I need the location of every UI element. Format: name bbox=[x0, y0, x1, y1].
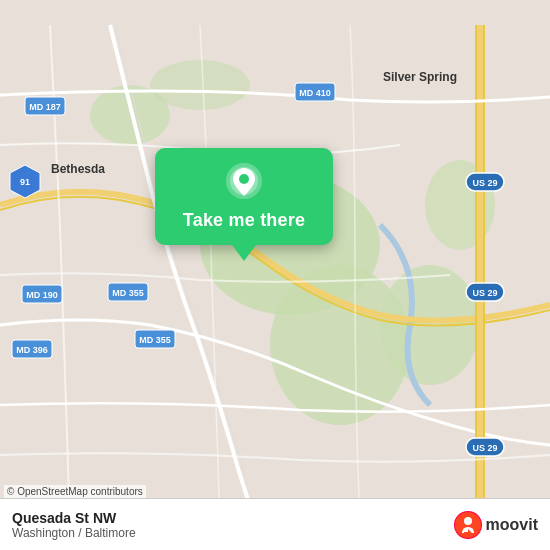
svg-text:MD 355: MD 355 bbox=[139, 335, 171, 345]
svg-text:US 29: US 29 bbox=[472, 178, 497, 188]
svg-text:US 29: US 29 bbox=[472, 288, 497, 298]
svg-text:MD 396: MD 396 bbox=[16, 345, 48, 355]
moovit-text: moovit bbox=[486, 516, 538, 534]
location-info: Quesada St NW Washington / Baltimore bbox=[12, 510, 136, 540]
map-container: MD 187 91 MD 355 MD 355 MD 190 MD 396 MD… bbox=[0, 0, 550, 550]
svg-text:Silver Spring: Silver Spring bbox=[383, 70, 457, 84]
moovit-icon bbox=[454, 511, 482, 539]
bottom-bar: Quesada St NW Washington / Baltimore moo… bbox=[0, 498, 550, 550]
svg-point-5 bbox=[150, 60, 250, 110]
attribution-text: © OpenStreetMap contributors bbox=[4, 485, 146, 498]
svg-text:MD 355: MD 355 bbox=[112, 288, 144, 298]
svg-text:MD 187: MD 187 bbox=[29, 102, 61, 112]
svg-point-36 bbox=[464, 517, 472, 525]
map-background: MD 187 91 MD 355 MD 355 MD 190 MD 396 MD… bbox=[0, 0, 550, 550]
location-pin-icon bbox=[225, 162, 263, 200]
svg-text:MD 190: MD 190 bbox=[26, 290, 58, 300]
location-name: Quesada St NW bbox=[12, 510, 136, 526]
moovit-logo: moovit bbox=[454, 511, 538, 539]
svg-text:MD 410: MD 410 bbox=[299, 88, 331, 98]
take-me-there-button[interactable]: Take me there bbox=[183, 210, 305, 231]
svg-point-33 bbox=[239, 174, 249, 184]
location-region: Washington / Baltimore bbox=[12, 526, 136, 540]
svg-text:Bethesda: Bethesda bbox=[51, 162, 105, 176]
svg-text:US 29: US 29 bbox=[472, 443, 497, 453]
popup-card: Take me there bbox=[155, 148, 333, 245]
svg-text:91: 91 bbox=[20, 177, 30, 187]
